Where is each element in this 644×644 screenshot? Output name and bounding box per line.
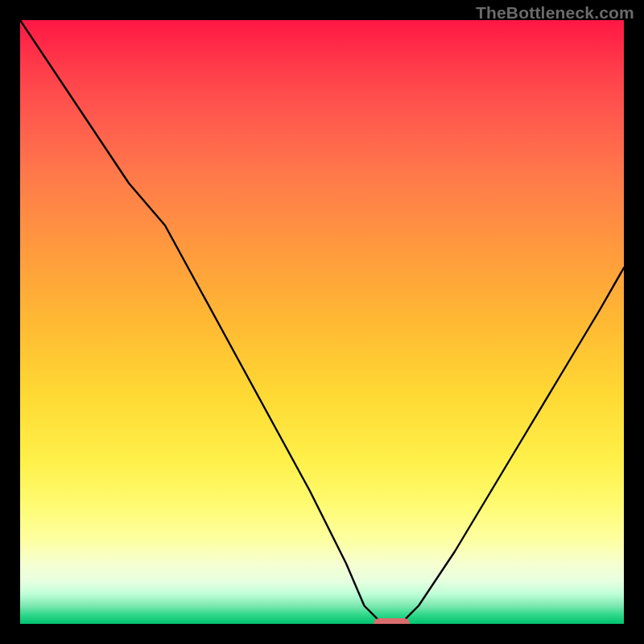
optimum-marker bbox=[374, 618, 410, 624]
chart-frame: TheBottleneck.com bbox=[0, 0, 644, 644]
plot-area bbox=[20, 20, 624, 624]
bottleneck-curve-path bbox=[20, 20, 624, 624]
curve-layer bbox=[20, 20, 624, 624]
